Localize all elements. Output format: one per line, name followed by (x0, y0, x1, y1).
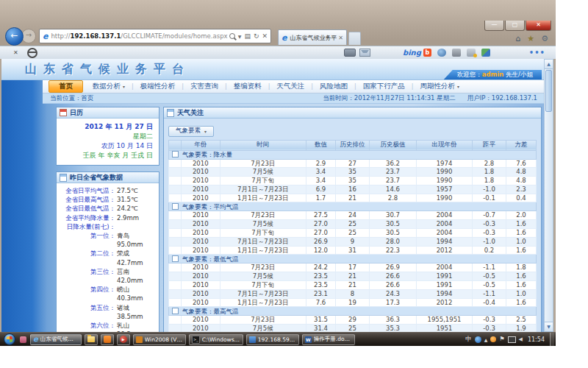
stop-icon[interactable]: ✕ (262, 32, 268, 40)
favorites-star-icon[interactable]: ★ (527, 34, 534, 43)
show-hidden-icons[interactable]: ▲ (484, 337, 488, 342)
group-row[interactable]: 气象要素：最低气温 (169, 255, 537, 263)
group-row[interactable]: 气象要素：最高气温 (169, 307, 537, 316)
nav-item-7[interactable]: 国家下行产品 (356, 82, 412, 91)
close-button[interactable]: ✕ (526, 21, 551, 31)
table-row: 20107月23日27.52430.72004-0.72.0 (169, 211, 537, 220)
taskbar-player-button[interactable]: ▶ (117, 334, 130, 345)
bing-logo[interactable]: bing b (403, 49, 431, 57)
close-toolbar-icon[interactable]: ✕ (13, 49, 18, 56)
tools-gear-icon[interactable]: ⚙ (541, 34, 548, 43)
group-expand-checkbox[interactable] (172, 203, 179, 210)
table-row: 20107月23日31.52936.31955,1951-0.32.5 (169, 316, 537, 325)
stat-label: 第二位： (58, 249, 115, 266)
group-expand-checkbox[interactable] (172, 151, 179, 158)
minimize-button[interactable]: — (484, 21, 504, 31)
browser-tab[interactable]: e 山东省气候业务平... ✕ (278, 29, 347, 45)
tab-title[interactable]: 山东省气候业务平... (290, 34, 337, 42)
blocker-icon[interactable] (27, 48, 37, 58)
reader-icon[interactable] (344, 49, 356, 57)
play-icon: ▶ (120, 336, 127, 343)
nav-item-label: 周期性分析 (420, 82, 455, 91)
table-cell: 7月23日 (220, 316, 306, 325)
table-row: 20107月23日2.92736.219742.87.6 (169, 159, 537, 168)
scrollbar-thumb[interactable] (545, 70, 552, 112)
stat-value: 青岛 95.0mm (117, 231, 157, 249)
table-cell: 2010 (182, 159, 220, 168)
maximize-button[interactable]: ▢ (505, 21, 525, 31)
nav-item-5[interactable]: 天气关注 (270, 82, 311, 91)
table-cell: 7.6 (506, 159, 537, 168)
show-desktop-button[interactable] (550, 333, 554, 347)
group-expand-checkbox[interactable] (172, 308, 179, 314)
chevron-down-icon[interactable]: ▼ (238, 34, 242, 39)
scrollbar-down-arrow[interactable]: ▼ (545, 322, 553, 331)
group-expand-checkbox[interactable] (172, 255, 179, 262)
taskbar: e 山东省气候业务平... ▶ Win2008 (VS2...>_C:\Wind… (0, 332, 556, 346)
overflow-menu-icon[interactable]: ••• (529, 49, 545, 57)
home-icon[interactable]: ⌂ (515, 34, 520, 43)
forward-button[interactable]: → (21, 29, 36, 43)
network-status-icon[interactable] (508, 336, 516, 343)
search-icon[interactable] (229, 33, 235, 39)
taskbar-window-button-0[interactable]: Win2008 (VS2... (133, 334, 186, 345)
people-icon[interactable] (481, 49, 490, 57)
taskbar-ie-button[interactable]: e 山东省气候业务平... (30, 334, 82, 345)
compat-view-icon[interactable]: ▤ (244, 32, 251, 40)
mail-icon[interactable] (359, 49, 370, 57)
taskbar-window-button-1[interactable]: >_C:\Windows\s... (189, 334, 243, 345)
ime-indicator[interactable]: 中 (465, 335, 472, 344)
back-button[interactable]: ← (5, 27, 24, 46)
start-button[interactable] (4, 333, 15, 345)
new-tab-button[interactable] (348, 32, 361, 45)
weather-focus-header: 天气关注 (164, 107, 541, 118)
taskbar-explorer-button[interactable] (85, 334, 98, 345)
nav-item-4[interactable]: 整编资料 (227, 82, 268, 91)
taskbar-window-button-2[interactable]: 192.168.59.99... (246, 334, 299, 345)
nav-item-2[interactable]: 极端性分析 (134, 82, 182, 91)
nav-item-label: 灾害查询 (190, 82, 218, 91)
nav-item-8[interactable]: 周期性分析▾ (413, 82, 466, 91)
table-cell: 24.2 (306, 263, 336, 272)
tab-close-icon[interactable]: ✕ (338, 35, 343, 41)
table-cell: 1月1日～7月23日 (220, 298, 306, 307)
table-cell: 27 (336, 159, 370, 168)
table-cell: 1.6 (506, 272, 537, 281)
table-cell: -0.3 (473, 325, 506, 332)
nav-item-0[interactable]: 首页 (49, 80, 83, 93)
calendar-icon (60, 109, 67, 116)
nav-item-3[interactable]: 灾害查询 (184, 82, 225, 91)
element-selector-button[interactable]: 气象要素 ▾ (168, 126, 214, 137)
speaker-icon[interactable]: ◀ (519, 336, 523, 342)
refresh-icon[interactable]: ↻ (254, 32, 259, 40)
security-icon[interactable] (490, 336, 496, 342)
panel-icon (167, 109, 174, 117)
clock[interactable]: 11:54 (528, 336, 545, 343)
table-cell: 25 (336, 229, 370, 238)
scrollbar-up-arrow[interactable]: ▲ (545, 60, 553, 69)
vertical-scrollbar[interactable]: ▲ ▼ (544, 59, 553, 332)
stat-value: 2.9mm (117, 213, 139, 222)
table-row: 20107月5候31.42535.31951-0.31.9 (169, 325, 537, 332)
group-row[interactable]: 气象要素：降水量 (169, 150, 537, 159)
row-select-cell (169, 237, 182, 246)
nav-item-1[interactable]: 数据分析▾ (86, 82, 132, 91)
row-select-cell (169, 281, 182, 290)
network-globe-icon[interactable] (475, 336, 481, 343)
address-bar[interactable]: e http://192.168.137.1/GLCCLIMATE/module… (39, 29, 271, 43)
pinned-app-icon[interactable] (20, 336, 26, 343)
table-cell: 1994 (417, 289, 473, 298)
sparkle-icon[interactable] (467, 49, 476, 57)
taskbar-media-button[interactable] (101, 334, 114, 345)
url-text[interactable]: http://192.168.137.1/GLCCLIMATE/modules/… (51, 32, 229, 40)
camera-icon[interactable] (452, 49, 461, 57)
globe-icon[interactable] (437, 49, 446, 57)
table-cell: 1974 (417, 159, 473, 168)
address-toolbar: ← → e http://192.168.137.1/GLCCLIMATE/mo… (5, 27, 361, 45)
table-cell: 7月下旬 (220, 229, 306, 238)
nav-item-6[interactable]: 风险地图 (313, 82, 354, 91)
action-center-flag-icon[interactable]: ⚑ (499, 336, 504, 342)
group-row[interactable]: 气象要素：平均气温 (169, 202, 537, 211)
taskbar-window-button-3[interactable]: W操作手册.docx ... (302, 334, 355, 345)
table-cell: 27.0 (306, 220, 336, 229)
